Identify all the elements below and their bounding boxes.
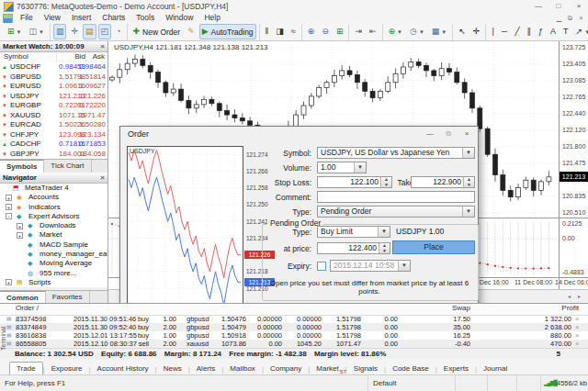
navigator-header[interactable]: Navigator × xyxy=(0,173,107,184)
templates-button[interactable]: ▦▼ xyxy=(429,24,449,39)
vertical-line-button[interactable]: | xyxy=(489,24,496,39)
cursor-button[interactable]: ↖ xyxy=(456,24,469,39)
market-watch-row-cadchf[interactable]: ▲CADCHF0.718160.71853 xyxy=(0,140,107,150)
tree-item-moving-average[interactable]: ◆Moving Average xyxy=(0,259,107,268)
chevron-down-icon[interactable]: ▼ xyxy=(17,29,22,35)
terminal-tab-exposure[interactable]: Exposure xyxy=(45,363,89,375)
order-row-86558805[interactable]: ▤865588052015.12.10 08:30:37sell2.00xauu… xyxy=(0,340,588,348)
column-bid[interactable]: Bid xyxy=(74,52,85,61)
tree-item-money-manager-ea[interactable]: ◆money_manager_ea xyxy=(0,250,107,259)
tree-item-metatrader-4[interactable]: ⬒MetaTrader 4 xyxy=(0,184,107,193)
market-watch-row-eurgbp[interactable]: ▼EURGBP0.722010.72220 xyxy=(0,101,107,111)
close-order-icon[interactable]: × xyxy=(575,323,579,331)
market-watch-row-chfjpy[interactable]: ▼CHFJPY123.098123.134 xyxy=(0,130,107,140)
chevron-down-icon[interactable]: ▼ xyxy=(397,29,402,35)
profiles-button[interactable]: ◫▼ xyxy=(27,24,47,39)
tree-item-indicators[interactable]: +◈Indicators xyxy=(0,203,107,212)
data-window-toggle[interactable]: ✛ xyxy=(68,24,81,39)
chart-shift-button[interactable]: ⇤ xyxy=(367,24,379,39)
chevron-down-icon[interactable]: ▼ xyxy=(441,29,447,35)
expiry-checkbox[interactable] xyxy=(317,262,326,271)
column-order[interactable]: Order / xyxy=(16,304,39,312)
terminal-tab-market[interactable]: Market57 xyxy=(310,363,345,375)
expand-icon[interactable]: + xyxy=(17,232,23,239)
at-price-input[interactable]: 122.400 ▲▼ xyxy=(317,242,390,254)
menu-file[interactable]: File xyxy=(15,13,39,23)
terminal-side-label[interactable]: Terminal xyxy=(0,305,8,373)
order-type-select[interactable]: Pending Order ▼ xyxy=(317,206,475,218)
tree-item-955-more-[interactable]: ◍955 more... xyxy=(0,269,107,278)
terminal-tab-journal[interactable]: Journal xyxy=(477,363,514,375)
collapse-icon[interactable]: - xyxy=(6,213,12,219)
menu-view[interactable]: View xyxy=(39,13,66,23)
autotrading-button[interactable]: ▶AutoTrading xyxy=(199,24,256,39)
strategy-tester-toggle[interactable]: ◔ xyxy=(113,24,123,39)
navigator-close-icon[interactable]: × xyxy=(100,173,105,184)
terminal-tab-news[interactable]: News xyxy=(157,363,188,375)
dialog-minimize-button[interactable]: — xyxy=(421,128,439,140)
terminal-tab-code-base[interactable]: Code Base xyxy=(386,363,435,375)
order-row-83374849[interactable]: ▤833748492015.11.30 09:52:40buy2.00gbpus… xyxy=(0,323,588,331)
arrows-button[interactable]: ↗▼ xyxy=(573,24,588,39)
market-watch-row-gbpusd[interactable]: ▼GBPUSD1.517981.51814 xyxy=(0,73,107,83)
volume-select[interactable]: 1.00 ▼ xyxy=(317,162,367,173)
market-watch-toggle[interactable]: ▥ xyxy=(53,24,67,39)
terminal-tab-company[interactable]: Company xyxy=(264,363,308,375)
new-order-button[interactable]: ✚New Order xyxy=(130,24,184,39)
column-ask[interactable]: Ask xyxy=(93,52,105,61)
navigator-toggle[interactable]: ▤ xyxy=(83,24,96,39)
chevron-down-icon[interactable]: ▼ xyxy=(39,29,44,35)
spinner-icons[interactable]: ▲▼ xyxy=(463,177,474,187)
market-watch-row-gbpjpy[interactable]: ▼GBPJPY184.001184.058 xyxy=(0,150,107,160)
child-minimize-button[interactable]: ▁ xyxy=(554,14,564,22)
tree-item-market[interactable]: +◆Market xyxy=(0,230,107,240)
tab-tick-chart[interactable]: Tick Chart xyxy=(44,160,91,173)
menu-tools[interactable]: Tools xyxy=(130,13,160,23)
column-symbol[interactable]: Symbol xyxy=(4,52,28,61)
close-order-icon[interactable]: × xyxy=(575,340,579,348)
comment-input[interactable] xyxy=(317,191,475,203)
chevron-down-icon[interactable]: ▼ xyxy=(462,148,474,158)
zoom-out-button[interactable]: ⊖ xyxy=(319,24,332,39)
channel-button[interactable]: ∥ xyxy=(525,24,535,39)
expand-icon[interactable]: + xyxy=(6,195,12,201)
terminal-tab-mailbox[interactable]: Mailbox xyxy=(223,363,262,375)
tab-favorites[interactable]: Favorites xyxy=(46,291,90,304)
tree-item-scripts[interactable]: +▤Scripts xyxy=(0,278,107,287)
column-swap[interactable]: Swap xyxy=(452,304,470,312)
take-profit-input[interactable]: 122.900 ▲▼ xyxy=(411,176,475,188)
market-watch-header[interactable]: Market Watch: 10:00:09 × xyxy=(0,41,107,52)
order-row-83616838[interactable]: ▤836168382015.12.01 13:17:55buy1.00gbpus… xyxy=(0,331,588,340)
menu-insert[interactable]: Insert xyxy=(66,13,96,23)
order-row-83374598[interactable]: ▤833745982015.11.30 09:51:46buy1.00gbpus… xyxy=(0,315,588,323)
close-order-icon[interactable]: × xyxy=(575,315,579,323)
tree-item-macd-sample[interactable]: ◆MACD Sample xyxy=(0,240,107,250)
line-chart-button[interactable]: ≈ xyxy=(288,24,299,39)
terminal-tab-trade[interactable]: Trade xyxy=(9,362,43,375)
tree-item-expert-advisors[interactable]: -◆Expert Advisors xyxy=(0,212,107,221)
chevron-down-icon[interactable]: ▼ xyxy=(419,29,424,35)
minimize-button[interactable]: — xyxy=(529,0,548,12)
chevron-down-icon[interactable]: ▼ xyxy=(378,227,390,237)
indicators-button[interactable]: ⊕▼ xyxy=(386,24,406,39)
market-watch-row-usdjpy[interactable]: ▼USDJPY121.213121.226 xyxy=(0,92,107,102)
menu-window[interactable]: Window xyxy=(160,13,198,23)
auto-scroll-button[interactable]: ⇥ xyxy=(352,24,365,39)
maximize-button[interactable]: □ xyxy=(549,0,568,12)
text-label-button[interactable]: T xyxy=(560,24,571,39)
column-profit[interactable]: Profit xyxy=(561,304,579,312)
status-profile-cell[interactable]: Default xyxy=(368,375,455,391)
menu-charts[interactable]: Charts xyxy=(96,13,130,23)
scroll-right-icon[interactable]: ▸ xyxy=(575,293,583,301)
fibonacci-button[interactable]: ƒ xyxy=(536,24,546,39)
market-watch-row-eurusd[interactable]: ▼EURUSD1.096161.09627 xyxy=(0,82,107,92)
terminal-tab-account-history[interactable]: Account History xyxy=(91,363,155,375)
close-button[interactable]: × xyxy=(570,0,588,12)
market-watch-close-icon[interactable]: × xyxy=(100,41,105,52)
market-watch-row-usdchf[interactable]: ▲USDCHF0.984530.98464 xyxy=(0,62,107,73)
periods-button[interactable]: ◷▼ xyxy=(407,24,427,39)
new-chart-button[interactable]: ⊞▼ xyxy=(5,24,25,39)
market-watch-row-eurcad[interactable]: ▼EURCAD1.502261.50280 xyxy=(0,120,107,130)
terminal-tab-alerts[interactable]: Alerts xyxy=(190,363,221,375)
tree-item-downloads[interactable]: +◆Downloads xyxy=(0,221,107,230)
